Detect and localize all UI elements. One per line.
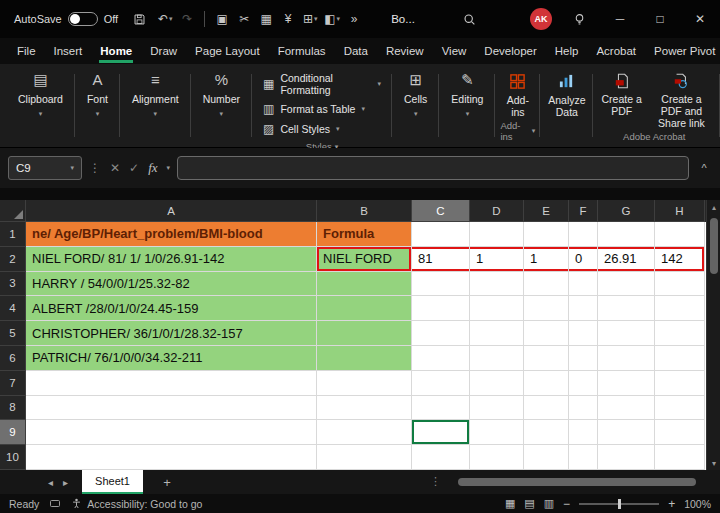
- sheet-tab-sheet1[interactable]: Sheet1: [82, 470, 143, 494]
- zoom-in-button[interactable]: +: [668, 497, 675, 511]
- fill-color-icon[interactable]: ◧▾: [321, 7, 343, 31]
- ribbon-group-font[interactable]: AFont▾: [80, 64, 115, 147]
- menu-tab-insert[interactable]: Insert: [45, 40, 92, 63]
- cell-D3[interactable]: [470, 272, 524, 297]
- save-button[interactable]: [128, 7, 150, 31]
- cell-F3[interactable]: [569, 272, 598, 297]
- zoom-out-button[interactable]: −: [563, 497, 570, 511]
- cell-C3[interactable]: [412, 272, 470, 297]
- zoom-slider-thumb[interactable]: [618, 499, 621, 509]
- cell-F1[interactable]: [569, 222, 598, 247]
- cell-F10[interactable]: [569, 445, 598, 470]
- cell-E3[interactable]: [524, 272, 569, 297]
- cell-F7[interactable]: [569, 371, 598, 396]
- row-header-7[interactable]: 7: [0, 371, 26, 396]
- cell-A8[interactable]: [26, 396, 317, 421]
- cell-G1[interactable]: [598, 222, 655, 247]
- styles-item-cell-styles[interactable]: ▨Cell Styles▾: [257, 119, 387, 139]
- cell-H3[interactable]: [655, 272, 705, 297]
- cell-B3[interactable]: [317, 272, 412, 297]
- cell-H1[interactable]: [655, 222, 705, 247]
- cell-E6[interactable]: [524, 346, 569, 371]
- cell-A2[interactable]: NIEL FORD/ 81/ 1/ 1/0/26.91-142: [26, 247, 317, 272]
- cell-B9[interactable]: [317, 420, 412, 445]
- ribbon-group-number[interactable]: %Number▾: [196, 64, 247, 147]
- cell-B1[interactable]: Formula: [317, 222, 412, 247]
- cell-A7[interactable]: [26, 371, 317, 396]
- cell-A4[interactable]: ALBERT /28/0/1/0/24.45-159: [26, 296, 317, 321]
- avatar[interactable]: AK: [530, 8, 552, 30]
- accessibility-status[interactable]: Accessibility: Good to go: [71, 498, 202, 510]
- cell-C10[interactable]: [412, 445, 470, 470]
- cell-C2[interactable]: 81: [412, 247, 470, 272]
- select-all-corner[interactable]: [0, 200, 26, 222]
- cell-H7[interactable]: [655, 371, 705, 396]
- cell-F9[interactable]: [569, 420, 598, 445]
- menu-tab-page-layout[interactable]: Page Layout: [186, 40, 269, 63]
- cut-icon[interactable]: ✂: [233, 7, 255, 31]
- cell-E7[interactable]: [524, 371, 569, 396]
- row-header-9[interactable]: 9: [0, 420, 26, 445]
- search-button[interactable]: [459, 7, 481, 31]
- close-button[interactable]: ✕: [680, 0, 720, 38]
- horizontal-scrollbar-thumb[interactable]: [458, 478, 696, 486]
- normal-view-icon[interactable]: ▦: [505, 497, 515, 510]
- cell-H9[interactable]: [655, 420, 705, 445]
- cell-D1[interactable]: [470, 222, 524, 247]
- row-header-10[interactable]: 10: [0, 445, 26, 470]
- create-pdf-share-link-button[interactable]: Create a PDF and Share link: [653, 64, 710, 129]
- macro-record-icon[interactable]: [50, 500, 60, 507]
- cell-D4[interactable]: [470, 296, 524, 321]
- cell-B2[interactable]: NIEL FORD: [317, 247, 412, 272]
- row-header-1[interactable]: 1: [0, 222, 26, 247]
- borders-icon[interactable]: ⊞▾: [299, 7, 321, 31]
- cell-E9[interactable]: [524, 420, 569, 445]
- ribbon-group-clipboard[interactable]: ▤Clipboard▾: [11, 64, 70, 147]
- cell-E10[interactable]: [524, 445, 569, 470]
- undo-icon[interactable]: ↶▾: [154, 7, 176, 31]
- cell-D8[interactable]: [470, 396, 524, 421]
- scrollbar-splitter-handle[interactable]: ⋮: [430, 475, 441, 488]
- menu-tab-review[interactable]: Review: [377, 40, 433, 63]
- cell-F5[interactable]: [569, 321, 598, 346]
- cell-E1[interactable]: [524, 222, 569, 247]
- cell-D10[interactable]: [470, 445, 524, 470]
- formula-input[interactable]: [177, 156, 689, 180]
- cell-H6[interactable]: [655, 346, 705, 371]
- cell-A10[interactable]: [26, 445, 317, 470]
- vertical-scrollbar[interactable]: ▴ ▾: [706, 200, 720, 470]
- cell-E8[interactable]: [524, 396, 569, 421]
- cell-G3[interactable]: [598, 272, 655, 297]
- cell-B7[interactable]: [317, 371, 412, 396]
- column-header-F[interactable]: F: [569, 200, 598, 222]
- column-header-H[interactable]: H: [655, 200, 705, 222]
- addins-button[interactable]: Add-ins: [500, 64, 535, 118]
- cell-H10[interactable]: [655, 445, 705, 470]
- styles-item-format-as-table[interactable]: ▥Format as Table▾: [257, 99, 387, 119]
- menu-tab-draw[interactable]: Draw: [141, 40, 186, 63]
- document-title[interactable]: Bo...: [391, 13, 415, 25]
- scroll-up-icon[interactable]: ▴: [707, 200, 720, 214]
- cell-G10[interactable]: [598, 445, 655, 470]
- cell-B4[interactable]: [317, 296, 412, 321]
- cell-A6[interactable]: PATRICH/ 76/1/0/0/34.32-211: [26, 346, 317, 371]
- column-header-A[interactable]: A: [26, 200, 317, 222]
- cell-A5[interactable]: CHRISTOPHER/ 36/1/0/1/28.32-157: [26, 321, 317, 346]
- sheet-nav-left-icon[interactable]: ◂: [48, 477, 53, 488]
- cell-G4[interactable]: [598, 296, 655, 321]
- row-header-4[interactable]: 4: [0, 296, 26, 321]
- column-header-B[interactable]: B: [317, 200, 412, 222]
- cell-C5[interactable]: [412, 321, 470, 346]
- cell-H8[interactable]: [655, 396, 705, 421]
- cell-E5[interactable]: [524, 321, 569, 346]
- row-header-6[interactable]: 6: [0, 346, 26, 371]
- menu-tab-data[interactable]: Data: [335, 40, 377, 63]
- cell-D6[interactable]: [470, 346, 524, 371]
- menu-tab-acrobat[interactable]: Acrobat: [587, 40, 645, 63]
- vertical-scrollbar-thumb[interactable]: [710, 218, 718, 274]
- name-box[interactable]: C9 ▾: [8, 156, 82, 180]
- column-header-C[interactable]: C: [412, 200, 470, 222]
- expand-formula-bar-icon[interactable]: ^: [696, 162, 712, 174]
- row-header-5[interactable]: 5: [0, 321, 26, 346]
- cell-C8[interactable]: [412, 396, 470, 421]
